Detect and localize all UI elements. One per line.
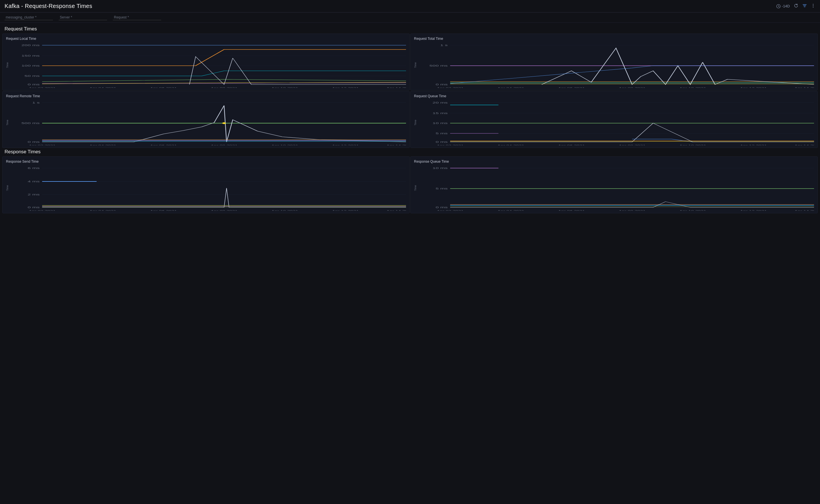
- svg-text:Apr 06 2021: Apr 06 2021: [150, 144, 177, 145]
- request-queue-time-title: Request Queue Time: [414, 94, 814, 98]
- svg-text:Apr 14 2021: Apr 14 2021: [386, 210, 406, 211]
- request-remote-time-y-label: Time: [6, 120, 9, 125]
- request-local-time-y-label: Time: [6, 62, 9, 68]
- svg-text:2 ms: 2 ms: [28, 193, 40, 196]
- svg-text:0 ms: 0 ms: [436, 83, 448, 86]
- request-local-time-title: Request Local Time: [6, 37, 406, 41]
- response-times-section-title: Response Times: [0, 148, 820, 156]
- clock-icon: [776, 4, 781, 9]
- request-total-time-title: Request Total Time: [414, 37, 814, 41]
- page-title: Kafka - Request-Response Times: [5, 3, 92, 9]
- request-filter[interactable]: [113, 15, 161, 20]
- request-total-time-wrapper: Time 1 s 500 ms 0 ms Apr 02 2021 Apr 04 …: [414, 42, 814, 88]
- response-queue-time-wrapper: Time 10 ms 5 ms 0 ms Apr 02 2021 Apr 04 …: [414, 165, 814, 211]
- svg-text:Apr 08 2021: Apr 08 2021: [211, 144, 238, 145]
- svg-text:5 ms: 5 ms: [436, 132, 448, 135]
- refresh-icon[interactable]: [794, 3, 798, 9]
- svg-text:Apr 14 2021: Apr 14 2021: [386, 87, 406, 88]
- svg-text:Apr 10 2021: Apr 10 2021: [679, 210, 706, 211]
- svg-text:Apr 14 2021: Apr 14 2021: [794, 210, 814, 211]
- svg-text:Apr 14 2021: Apr 14 2021: [386, 144, 406, 145]
- svg-text:Apr 02 2021: Apr 02 2021: [437, 144, 464, 145]
- request-queue-time-chart: 20 ms 15 ms 10 ms 5 ms 0 ms Apr 02 2021 …: [418, 100, 814, 145]
- more-icon[interactable]: [811, 3, 815, 9]
- svg-text:150 ms: 150 ms: [21, 54, 40, 57]
- svg-text:1 s: 1 s: [440, 44, 448, 47]
- response-send-time-title: Response Send Time: [6, 160, 406, 164]
- request-total-time-y-label: Time: [414, 62, 417, 68]
- svg-text:0 ms: 0 ms: [436, 206, 448, 209]
- request-times-section-title: Request Times: [0, 23, 820, 34]
- response-send-time-chart: 6 ms 4 ms 2 ms 0 ms Apr 02 2021 Apr 04 2…: [10, 165, 406, 211]
- svg-text:Apr 02 2021: Apr 02 2021: [437, 87, 464, 88]
- svg-text:Apr 04 2021: Apr 04 2021: [89, 87, 116, 88]
- svg-text:Apr 04 2021: Apr 04 2021: [497, 144, 524, 145]
- svg-point-47: [222, 122, 226, 124]
- svg-text:Apr 08 2021: Apr 08 2021: [211, 87, 238, 88]
- filter-bar: [0, 13, 820, 23]
- request-local-time-panel: Request Local Time Time 200 ms 150 ms 10…: [2, 34, 410, 90]
- svg-point-2: [813, 5, 814, 6]
- request-times-grid: Request Local Time Time 200 ms 150 ms 10…: [0, 34, 820, 148]
- request-local-time-chart: 200 ms 150 ms 100 ms 50 ms 0 ms Apr 02 2…: [10, 42, 406, 88]
- svg-text:10 ms: 10 ms: [432, 122, 448, 125]
- svg-text:200 ms: 200 ms: [21, 44, 40, 47]
- svg-text:Apr 02 2021: Apr 02 2021: [29, 87, 56, 88]
- svg-text:Apr 12 2021: Apr 12 2021: [332, 210, 359, 211]
- server-filter[interactable]: [59, 15, 107, 20]
- svg-text:Apr 10 2021: Apr 10 2021: [271, 87, 298, 88]
- svg-text:Apr 10 2021: Apr 10 2021: [271, 210, 298, 211]
- request-queue-time-wrapper: Time 20 ms 15 ms 10 ms 5 ms 0 ms Apr 02 …: [414, 100, 814, 145]
- svg-text:Apr 02 2021: Apr 02 2021: [437, 210, 464, 211]
- messaging-cluster-filter[interactable]: [5, 15, 53, 20]
- request-queue-time-panel: Request Queue Time Time 20 ms 15 ms 10 m…: [410, 91, 818, 148]
- svg-text:50 ms: 50 ms: [24, 75, 40, 77]
- svg-text:Apr 02 2021: Apr 02 2021: [29, 144, 56, 145]
- request-remote-time-title: Request Remote Time: [6, 94, 406, 98]
- response-send-time-panel: Response Send Time Time 6 ms 4 ms 2 ms 0…: [2, 156, 410, 213]
- svg-point-3: [813, 7, 814, 8]
- page-header: Kafka - Request-Response Times -14D: [0, 0, 820, 13]
- request-local-time-wrapper: Time 200 ms 150 ms 100 ms 50 ms 0 ms: [6, 42, 406, 88]
- svg-text:Apr 12 2021: Apr 12 2021: [332, 144, 359, 145]
- svg-text:Apr 08 2021: Apr 08 2021: [619, 210, 646, 211]
- response-send-time-wrapper: Time 6 ms 4 ms 2 ms 0 ms Apr 02 2021 Apr…: [6, 165, 406, 211]
- svg-text:Apr 08 2021: Apr 08 2021: [211, 210, 238, 211]
- response-queue-time-panel: Response Queue Time Time 10 ms 5 ms 0 ms…: [410, 156, 818, 213]
- svg-text:Apr 06 2021: Apr 06 2021: [558, 87, 585, 88]
- svg-text:15 ms: 15 ms: [432, 112, 448, 115]
- time-range-value: -14D: [782, 4, 790, 8]
- svg-text:100 ms: 100 ms: [21, 64, 40, 67]
- svg-text:Apr 08 2021: Apr 08 2021: [619, 87, 646, 88]
- request-queue-time-y-label: Time: [414, 120, 417, 125]
- svg-text:20 ms: 20 ms: [432, 101, 448, 104]
- svg-text:Apr 10 2021: Apr 10 2021: [271, 144, 298, 145]
- svg-text:Apr 12 2021: Apr 12 2021: [740, 87, 767, 88]
- time-range-display[interactable]: -14D: [776, 4, 790, 9]
- response-queue-time-chart: 10 ms 5 ms 0 ms Apr 02 2021 Apr 04 2021 …: [418, 165, 814, 211]
- svg-text:Apr 12 2021: Apr 12 2021: [332, 87, 359, 88]
- svg-text:10 ms: 10 ms: [432, 167, 448, 170]
- svg-text:Apr 04 2021: Apr 04 2021: [89, 210, 116, 211]
- svg-text:Apr 14 2021: Apr 14 2021: [794, 144, 814, 145]
- request-remote-time-chart: 1 s 500 ms 0 ms Apr 02 2021 Apr 04 2021 …: [10, 100, 406, 145]
- svg-text:500 ms: 500 ms: [21, 122, 40, 125]
- svg-text:1 s: 1 s: [32, 101, 40, 104]
- response-queue-time-y-label: Time: [414, 185, 417, 191]
- svg-text:0 ms: 0 ms: [28, 83, 40, 86]
- request-total-time-panel: Request Total Time Time 1 s 500 ms 0 ms …: [410, 34, 818, 90]
- svg-text:0 ms: 0 ms: [28, 206, 40, 209]
- svg-text:0 ms: 0 ms: [436, 141, 448, 143]
- svg-text:4 ms: 4 ms: [28, 180, 40, 183]
- request-remote-time-panel: Request Remote Time Time 1 s 500 ms 0 ms…: [2, 91, 410, 148]
- svg-text:Apr 14 2021: Apr 14 2021: [794, 87, 814, 88]
- response-times-grid: Response Send Time Time 6 ms 4 ms 2 ms 0…: [0, 156, 820, 213]
- svg-text:Apr 08 2021: Apr 08 2021: [619, 144, 646, 145]
- svg-text:Apr 06 2021: Apr 06 2021: [558, 210, 585, 211]
- svg-text:Apr 04 2021: Apr 04 2021: [497, 87, 524, 88]
- svg-text:6 ms: 6 ms: [28, 167, 40, 170]
- request-remote-time-wrapper: Time 1 s 500 ms 0 ms Apr 02 2021 Apr 04 …: [6, 100, 406, 145]
- filter-icon[interactable]: [802, 3, 807, 9]
- svg-text:Apr 06 2021: Apr 06 2021: [150, 210, 177, 211]
- svg-text:Apr 12 2021: Apr 12 2021: [740, 144, 767, 145]
